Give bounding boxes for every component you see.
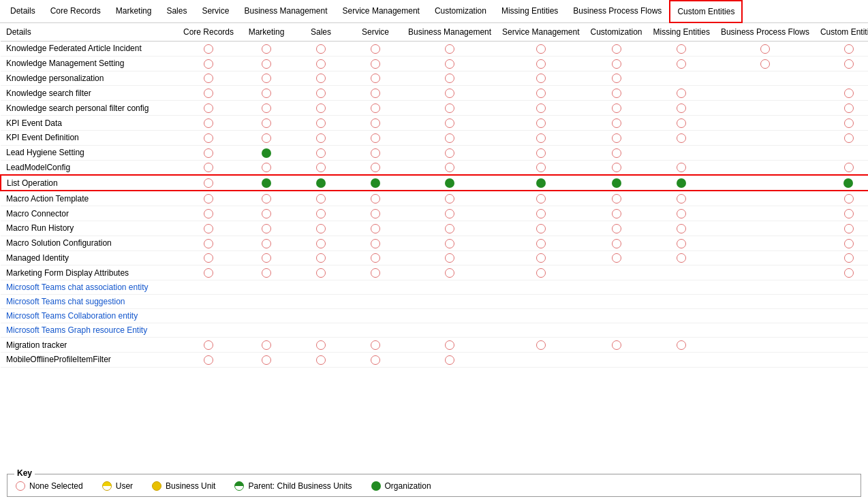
table-row: Migration tracker (1, 338, 868, 353)
row-link-18[interactable]: Microsoft Teams Collaboration entity (6, 311, 138, 321)
circle-cell-3-3 (348, 86, 403, 101)
circle-cell-2-6 (585, 71, 648, 86)
table-container[interactable]: DetailsCore RecordsMarketingSalesService… (0, 23, 868, 470)
tab-business-management[interactable]: Business Management (236, 0, 335, 23)
circle-empty (612, 103, 621, 113)
circle-cell-4-7 (648, 101, 715, 116)
row-link-17[interactable]: Microsoft Teams chat suggestion (6, 297, 125, 306)
circle-empty (677, 59, 686, 69)
col-header-sales: Sales (294, 23, 348, 42)
circle-cell-14-6 (585, 251, 648, 265)
circle-empty (445, 355, 454, 365)
tab-service-management[interactable]: Service Management (335, 0, 427, 23)
circle-cell-12-6 (585, 221, 648, 236)
circle-empty (204, 44, 213, 54)
circle-empty (204, 163, 213, 172)
circle-cell-0-0 (178, 42, 239, 56)
circle-empty (371, 340, 380, 350)
key-label-empty: None Selected (29, 481, 83, 491)
circle-cell-18-1 (239, 309, 294, 323)
tab-marketing[interactable]: Marketing (108, 0, 159, 23)
circle-empty (204, 88, 213, 98)
row-link-19[interactable]: Microsoft Teams Graph resource Entity (6, 325, 147, 335)
row-name-6: KPI Event Definition (1, 130, 178, 145)
circle-empty (844, 88, 854, 98)
circle-empty (316, 59, 326, 69)
circle-empty (536, 268, 546, 278)
circle-empty (316, 103, 326, 113)
circle-cell-7-6 (585, 145, 648, 160)
tab-details[interactable]: Details (3, 0, 43, 23)
table-row: Knowledge Federated Article Incident (1, 42, 868, 56)
circle-empty (316, 340, 326, 350)
tab-sales[interactable]: Sales (159, 0, 194, 23)
key-items: None SelectedUserBusiness UnitParent: Ch… (16, 481, 850, 491)
circle-empty (445, 148, 454, 158)
circle-empty (536, 133, 546, 143)
circle-cell-16-4 (403, 280, 497, 295)
key-circle-green-half (234, 481, 244, 491)
circle-cell-19-3 (348, 323, 403, 338)
circle-empty (677, 194, 686, 204)
tab-service[interactable]: Service (194, 0, 236, 23)
tab-customization[interactable]: Customization (427, 0, 494, 23)
row-link-16[interactable]: Microsoft Teams chat association entity (6, 282, 149, 292)
row-name-16: Microsoft Teams chat association entity (1, 280, 178, 295)
key-label-green: Organization (385, 481, 431, 491)
circle-empty (316, 133, 326, 143)
circle-empty (844, 163, 854, 172)
circle-cell-9-7 (648, 175, 715, 191)
circle-empty (844, 194, 854, 204)
circle-cell-16-3 (348, 280, 403, 295)
circle-empty (262, 133, 271, 143)
circle-cell-16-0 (178, 280, 239, 295)
circle-cell-20-4 (403, 338, 497, 353)
circle-cell-4-9 (815, 101, 868, 116)
circle-empty (316, 224, 326, 233)
circle-cell-3-1 (239, 86, 294, 101)
circle-cell-12-5 (497, 221, 585, 236)
circle-cell-5-5 (497, 116, 585, 131)
circle-empty (262, 239, 271, 248)
circle-empty (677, 44, 686, 54)
row-name-2: Knowledge personalization (1, 71, 178, 86)
tab-business-process-flows[interactable]: Business Process Flows (565, 0, 669, 23)
circle-cell-17-9 (815, 295, 868, 309)
circle-cell-8-8 (715, 160, 815, 175)
circle-empty (262, 224, 271, 233)
tab-missing-entities[interactable]: Missing Entities (494, 0, 565, 23)
circle-empty (316, 44, 326, 54)
circle-cell-21-0 (178, 353, 239, 368)
circle-cell-2-2 (294, 71, 348, 86)
circle-empty (445, 74, 454, 83)
tab-core-records[interactable]: Core Records (43, 0, 108, 23)
circle-empty (204, 148, 213, 158)
circle-cell-21-6 (585, 353, 648, 368)
circle-cell-3-4 (403, 86, 497, 101)
circle-cell-1-0 (178, 56, 239, 71)
circle-empty (612, 340, 621, 350)
circle-cell-19-7 (648, 323, 715, 338)
table-row: Macro Action Template (1, 191, 868, 206)
circle-empty (371, 194, 380, 204)
col-header-custom-entities: Custom Entities (815, 23, 868, 42)
circle-cell-4-0 (178, 101, 239, 116)
row-name-13: Macro Solution Configuration (1, 236, 178, 251)
circle-cell-16-8 (715, 280, 815, 295)
circle-empty (445, 239, 454, 248)
circle-cell-11-7 (648, 206, 715, 221)
key-item-yellow: Business Unit (152, 481, 215, 491)
circle-cell-4-5 (497, 101, 585, 116)
circle-empty (445, 133, 454, 143)
circle-cell-7-1 (239, 145, 294, 160)
circle-green (843, 178, 853, 188)
circle-cell-17-7 (648, 295, 715, 309)
row-name-8: LeadModelConfig (1, 160, 178, 175)
tab-custom-entities[interactable]: Custom Entities (669, 0, 743, 23)
circle-cell-18-8 (715, 309, 815, 323)
table-row: Macro Run History (1, 221, 868, 236)
circle-cell-0-6 (585, 42, 648, 56)
circle-cell-2-4 (403, 71, 497, 86)
circle-cell-18-7 (648, 309, 715, 323)
circle-empty (262, 59, 271, 69)
